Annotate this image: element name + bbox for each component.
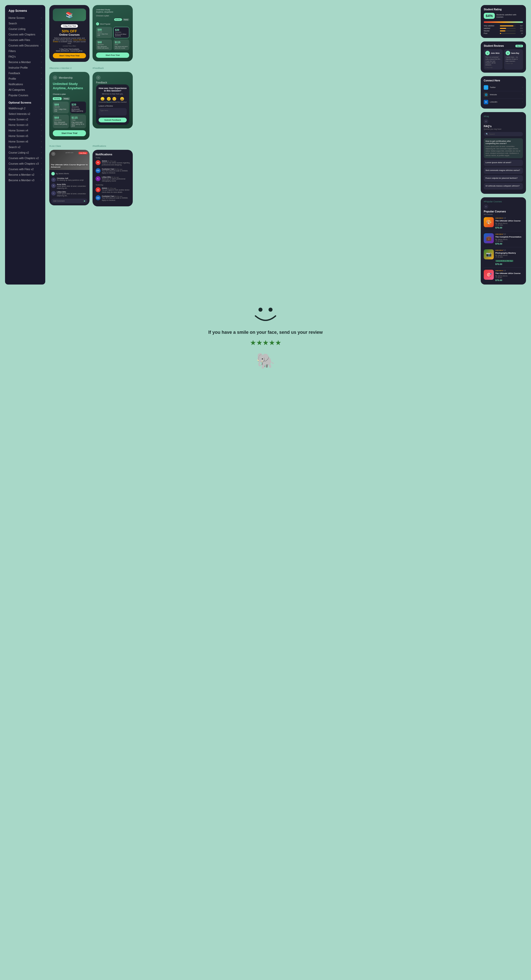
- course-item-4[interactable]: 🎯 ★★★★★ 4.9 The Ultimate UI/Ux Course By…: [484, 270, 523, 282]
- rating-top-row: 64% Students satisfied with courses: [484, 13, 523, 19]
- plan-card-4[interactable]: $115 /Year Pay once and don't worry for …: [113, 40, 129, 50]
- faq-item-3[interactable]: Sed commodo magna ultricies varius?: [484, 167, 523, 174]
- membership-plan-1[interactable]: $99 /Month Get 7 days free trial: [53, 102, 69, 113]
- membership-plan-4[interactable]: $115 /Year Pay once and don't worry for …: [70, 115, 86, 128]
- feedback-back-button[interactable]: ‹: [96, 75, 100, 80]
- emoji-neutral[interactable]: 😐 Neutral: [106, 97, 111, 103]
- membership-plan-2[interactable]: $39 /3months $13/month Billed quarterly: [70, 102, 86, 113]
- membership-top-bar: ‹ Membership: [53, 75, 86, 80]
- course-info-1: ★★★★★ 4.9 The Ultimate UI/Ux Course By J…: [495, 217, 523, 229]
- plan-card-1[interactable]: $99 /Month Get 7 days free trial: [96, 27, 112, 38]
- sidebar-item-courses-chapters[interactable]: Courses with Chapters ›: [5, 32, 45, 37]
- sidebar-item-filters[interactable]: Filters ›: [5, 48, 45, 54]
- membership-price-1: $99: [54, 103, 67, 106]
- review-text-2: A good class... my objective things to l…: [505, 56, 521, 62]
- sidebar-item-walkthrough2[interactable]: Walkthrough 2 ›: [5, 105, 45, 111]
- sidebar-item-notifications[interactable]: Notifications ›: [5, 81, 45, 87]
- submit-feedback-button[interactable]: Submit Feedback: [99, 118, 127, 123]
- sidebar-item-search[interactable]: Search ›: [5, 21, 45, 26]
- course-name-2: The Complete Presentation: [495, 236, 523, 238]
- faq-item-2[interactable]: Lorem ipsum dolor sit amet?: [484, 160, 523, 166]
- arrow-icon: ›: [41, 66, 42, 69]
- emoji-satisfied[interactable]: 😊 Satisfied: [112, 97, 117, 103]
- connect-left-website: 🌐 Website: [484, 92, 497, 97]
- toggle-yearly[interactable]: Yearly: [62, 97, 70, 100]
- start-free-trial-button[interactable]: Start Free Trial: [96, 52, 129, 58]
- membership-plan-3[interactable]: $68 /6months $11.33/month Billed half-ye…: [53, 115, 69, 128]
- course-item-3[interactable]: 📷 ★★★★★ 5.0 Photography Mastery By James…: [484, 249, 523, 268]
- sidebar-item-all-categories[interactable]: All Categories ›: [5, 87, 45, 92]
- reviewer-avatar-2: S: [505, 51, 510, 55]
- review-placeholder: Type here...: [100, 110, 109, 111]
- membership-start-button[interactable]: Start Free Trial: [53, 130, 86, 136]
- course-stars-3: ★★★★★ 5.0: [495, 249, 523, 251]
- promo-title: Online Courses: [53, 33, 86, 36]
- toggle-monthly[interactable]: Monthly: [53, 97, 62, 100]
- sidebar-item-chapters-v2[interactable]: Courses with Chapters v2 ›: [5, 155, 45, 161]
- sidebar-item-member-v2[interactable]: Become a Member v2 ›: [5, 172, 45, 177]
- sidebar-item-home-v4[interactable]: Home Screen v4 ›: [5, 128, 45, 133]
- course-item-1[interactable]: 🎨 ★★★★★ 4.9 The Ultimate UI/Ux Course By…: [484, 217, 523, 231]
- faq-item-5[interactable]: Ut vehicula massa a aliquam ultrices?: [484, 183, 523, 189]
- toggle-monthly[interactable]: Monthly: [114, 18, 122, 21]
- toggle-yearly[interactable]: Yearly: [123, 18, 129, 21]
- sidebar-item-feedback[interactable]: Feedback ›: [5, 70, 45, 76]
- sidebar-item-home[interactable]: Home Screen ›: [5, 15, 45, 21]
- sidebar-item-chapters-v3[interactable]: Courses with Chapters v3 ›: [5, 161, 45, 166]
- elephant-icon: 🐘: [5, 352, 526, 370]
- send-icon[interactable]: ➤: [83, 200, 86, 202]
- sidebar-item-home-v3[interactable]: Home Screen v3 ›: [5, 122, 45, 128]
- sidebar-item-faqs[interactable]: FAQ's ›: [5, 54, 45, 59]
- sidebar-item-popular-courses[interactable]: Popular Courses ›: [5, 92, 45, 98]
- sidebar-item-home-v5[interactable]: Home Screen v5 ›: [5, 133, 45, 139]
- popular-subtitle: All Courses: [484, 213, 523, 215]
- popular-back-button[interactable]: ‹: [484, 204, 488, 209]
- notif-body-4: Admin 2h 47m ago You just signed in from…: [102, 187, 130, 193]
- emoji-unsatisfied[interactable]: 😞 Unsatisfied: [99, 97, 106, 103]
- sidebar-item-course-listing-v2[interactable]: Course Listing v2 ›: [5, 150, 45, 155]
- arrow-icon: ›: [41, 55, 42, 58]
- connect-twitter[interactable]: 🐦 Twitter ›: [484, 84, 523, 91]
- sidebar-item-select-interests[interactable]: Select Interests v2 ›: [5, 111, 45, 117]
- sidebar-item-home-v6[interactable]: Home Screen v6 ›: [5, 139, 45, 144]
- plan-card-2[interactable]: $39 /3months $13/month Billed quarterly: [113, 27, 129, 38]
- review-textarea[interactable]: Type here...: [99, 108, 127, 116]
- faq-item-1[interactable]: How to get certification after completin…: [484, 138, 523, 158]
- back-button[interactable]: ‹: [53, 75, 57, 80]
- faq-search-bar[interactable]: 🔍 Search: [484, 132, 523, 136]
- notif-avatar-care-2: CC: [96, 195, 100, 200]
- connect-linkedin[interactable]: in LinkedIn ›: [484, 99, 523, 105]
- sidebar-item-files-v2[interactable]: Courses with Files v2 ›: [5, 166, 45, 172]
- notif-section-label: #Notifications: [92, 145, 133, 147]
- faq-back-button[interactable]: ‹: [484, 119, 488, 124]
- sidebar-item-member-v3[interactable]: Become a Member v3 ›: [5, 177, 45, 183]
- comment-input-row[interactable]: Add Comment ➤: [51, 199, 88, 203]
- sidebar-item-search-v2[interactable]: Search v2 ›: [5, 144, 45, 150]
- sidebar-item-courses-files[interactable]: Courses with Files ›: [5, 37, 45, 43]
- notif-text-1: Asked to use online courses regarding pr…: [102, 162, 130, 166]
- sidebar-item-profile[interactable]: Profile ›: [5, 76, 45, 81]
- plan-card-3[interactable]: $68 /6months $11.33/month Billed half-ye…: [96, 40, 112, 50]
- plan-price-1: $99: [97, 29, 111, 31]
- see-all-button[interactable]: See All: [515, 45, 523, 47]
- connect-website[interactable]: 🌐 Website ›: [484, 91, 523, 99]
- sidebar-item-home-v2[interactable]: Home Screen v2 ›: [5, 117, 45, 122]
- sidebar-item-courses-discussions[interactable]: Courses with Discussions ›: [5, 43, 45, 48]
- sidebar-item-instructor[interactable]: Instructor Profile ›: [5, 65, 45, 70]
- membership-desc-2: $13/month Billed quarterly: [72, 108, 85, 112]
- comment-input[interactable]: Add Comment: [53, 200, 83, 202]
- course-item-2[interactable]: 💼 ★★★★★ 5.0 The Complete Presentation By…: [484, 233, 523, 247]
- connect-name-linkedin: LinkedIn: [490, 101, 497, 103]
- faq-card: #Faq ‹ FAQ's Queries you may have 🔍 Sear…: [481, 112, 526, 194]
- sidebar-item-course-listing[interactable]: Course Listing ›: [5, 26, 45, 32]
- promo-start-button[interactable]: Start 7-Day Free Trial: [53, 53, 86, 58]
- bar-fill-very-satisfied: [500, 25, 513, 26]
- connect-left-twitter: 🐦 Twitter: [484, 85, 496, 90]
- emoji-very-satisfied[interactable]: 😄 Very Satisfied: [117, 97, 127, 103]
- live-back-button[interactable]: ‹: [51, 152, 55, 156]
- arrow-icon: ›: [41, 151, 42, 154]
- faq-answer-1: Lorem ipsum dolor sit amet, consectetur …: [485, 145, 521, 157]
- faq-item-4[interactable]: Fusce vulputa tor placerat facilisis?: [484, 175, 523, 182]
- plan-period-4: /Year: [115, 44, 128, 45]
- sidebar-item-become-member[interactable]: Become a Member ›: [5, 59, 45, 65]
